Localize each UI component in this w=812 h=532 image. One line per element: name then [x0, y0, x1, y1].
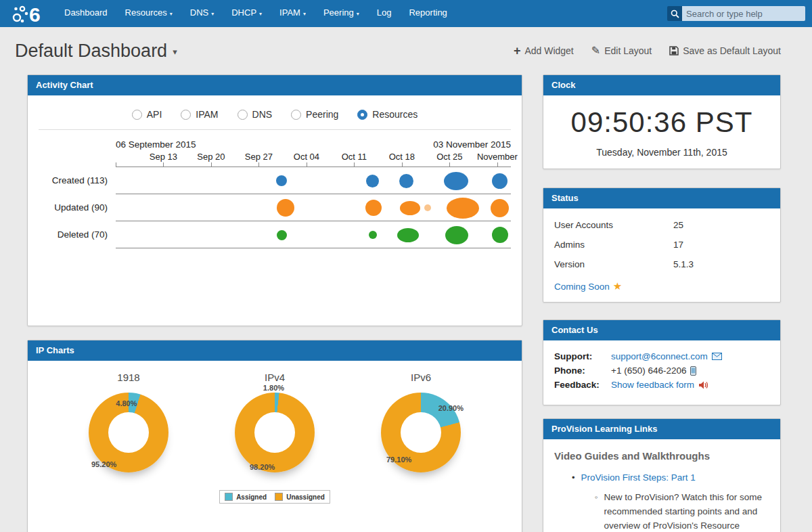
ip-charts-body: 1918 4.80% 95.20% IPv4 1.80% 98.20% — [28, 361, 522, 532]
unassigned-percent-label: 79.10% — [386, 456, 411, 464]
nav-label: DHCP — [231, 7, 256, 18]
filter-radio-peering[interactable]: Peering — [291, 109, 338, 120]
bubble-rows: Created (113)Updated (90)Deleted (70) — [28, 167, 511, 248]
chevron-down-icon: ▾ — [357, 11, 359, 17]
status-label: User Accounts — [554, 220, 673, 230]
nav-item-dashboard[interactable]: Dashboard — [55, 0, 116, 28]
nav-item-reporting[interactable]: Reporting — [400, 0, 455, 28]
x-axis-tick-mark — [307, 162, 307, 167]
activity-bubble-chart: 06 September 2015 03 November 2015 Sep 1… — [28, 139, 511, 248]
search-input[interactable] — [682, 6, 805, 21]
nav-item-log[interactable]: Log — [368, 0, 401, 28]
x-axis-tick-mark — [354, 162, 355, 167]
x-axis-tick-label: Oct 11 — [342, 152, 367, 162]
donut-hole — [254, 412, 295, 453]
add-widget-button[interactable]: + Add Widget — [514, 45, 574, 57]
activity-filter-row: API IPAM DNS Peering Resources — [39, 109, 511, 130]
clock-body: 09:50:36 PST Tuesday, November 11th, 201… — [543, 95, 780, 169]
radio-icon — [238, 110, 248, 120]
radio-icon — [132, 110, 142, 120]
activity-bubble — [399, 174, 413, 188]
nav-item-dns[interactable]: DNS▾ — [181, 0, 223, 28]
widget-title: Clock — [543, 75, 780, 95]
activity-chart-body: API IPAM DNS Peering Resources 06 Septem… — [28, 95, 522, 326]
x-axis-tick-mark — [211, 162, 212, 167]
nav-label: DNS — [190, 7, 208, 18]
learning-note: ◦ New to ProVision? Watch this for some … — [595, 491, 772, 532]
filter-radio-resources[interactable]: Resources — [357, 109, 418, 120]
radio-icon — [357, 110, 367, 120]
activity-bubble — [366, 175, 379, 187]
nav-item-peering[interactable]: Peering▾ — [315, 0, 368, 28]
ip-charts-widget: IP Charts 1918 4.80% 95.20% IPv4 — [27, 340, 522, 532]
contact-label: Phone: — [554, 365, 611, 376]
assigned-percent-label: 1.80% — [263, 384, 284, 392]
contact-row-phone: Phone: +1 (650) 646-2206 — [554, 363, 769, 378]
activity-series-row: Created (113) — [28, 167, 511, 194]
edit-layout-button[interactable]: ✎ Edit Layout — [591, 45, 652, 57]
activity-bubble — [277, 199, 294, 217]
series-label: Deleted (70) — [28, 221, 116, 248]
widget-title: Status — [543, 188, 780, 208]
save-default-layout-button[interactable]: Save as Default Layout — [669, 45, 781, 57]
filter-label: DNS — [252, 109, 273, 120]
donut-chart-1918: 1918 4.80% 95.20% — [78, 372, 179, 472]
brand-logo[interactable]: 6 — [11, 3, 43, 24]
activity-series-row: Deleted (70) — [28, 221, 511, 248]
nav-item-ipam[interactable]: IPAM▾ — [271, 0, 315, 28]
widget-title: ProVision Learning Links — [543, 419, 780, 439]
donut-chart-ipv4: IPv4 1.80% 98.20% — [224, 372, 325, 472]
page-title[interactable]: Default Dashboard▾ — [15, 41, 177, 62]
activity-bubble — [277, 230, 287, 240]
filter-label: Resources — [372, 109, 418, 120]
x-axis-tick-label: Oct 18 — [389, 152, 415, 162]
donut-chart-ipv6: IPv6 20.90% 79.10% — [370, 372, 472, 472]
chart-legend: Assigned Unassigned — [219, 490, 330, 504]
filter-radio-api[interactable]: API — [132, 109, 162, 120]
legend-item-unassigned: Unassigned — [275, 493, 325, 501]
page-header: Default Dashboard▾ + Add Widget ✎ Edit L… — [0, 27, 812, 74]
series-label: Updated (90) — [28, 194, 116, 221]
status-widget: Status User Accounts 25 Admins 17 Versio… — [543, 187, 781, 303]
x-axis-tick-mark — [497, 162, 498, 167]
search-button[interactable] — [667, 6, 682, 21]
feedback-form-link[interactable]: Show feedback form — [611, 380, 694, 390]
learning-body: Video Guides and Walkthroughs • ProVisio… — [543, 439, 780, 532]
learning-heading: Video Guides and Walkthroughs — [554, 450, 769, 462]
x-axis-tick-mark — [116, 162, 116, 167]
nav-item-resources[interactable]: Resources▾ — [116, 0, 181, 28]
coming-soon-link[interactable]: Coming Soon★ — [554, 280, 622, 292]
filter-label: Peering — [306, 109, 338, 120]
coming-soon-label: Coming Soon — [554, 282, 610, 292]
edit-layout-label: Edit Layout — [604, 45, 652, 56]
donut-title: 1918 — [78, 372, 179, 383]
chevron-down-icon: ▾ — [170, 11, 173, 17]
x-axis-tick-mark — [402, 162, 403, 167]
header-actions: + Add Widget ✎ Edit Layout Save as Defau… — [514, 45, 781, 57]
status-body: User Accounts 25 Admins 17 Version 5.1.3… — [543, 208, 780, 302]
activity-chart-widget: Activity Chart API IPAM DNS Peering Reso… — [27, 74, 522, 326]
x-axis-tick-label: November — [477, 152, 518, 162]
logo-icon: 6 — [11, 3, 43, 24]
plus-icon: + — [514, 45, 521, 57]
nav-item-dhcp[interactable]: DHCP▾ — [223, 0, 271, 28]
filter-radio-ipam[interactable]: IPAM — [181, 109, 218, 120]
status-value: 25 — [673, 220, 683, 230]
x-axis-tick-mark — [449, 162, 450, 167]
nav-label: Log — [377, 7, 392, 18]
search-icon — [671, 9, 679, 18]
filter-radio-dns[interactable]: DNS — [238, 109, 273, 120]
learning-note-text: New to ProVision? Watch this for some re… — [604, 491, 772, 532]
first-steps-link[interactable]: ProVision First Steps: Part 1 — [581, 472, 696, 483]
support-email-link[interactable]: support@6connect.com — [611, 351, 708, 361]
x-axis-tick-mark — [163, 162, 164, 167]
assigned-percent-label: 20.90% — [438, 404, 464, 412]
x-axis-tick-label: Sep 27 — [245, 152, 273, 162]
nav-label: Dashboard — [64, 7, 108, 18]
status-row-user-accounts: User Accounts 25 — [554, 215, 769, 235]
contact-row-support: Support: support@6connect.com — [554, 349, 769, 363]
hollow-bullet-icon: ◦ — [595, 491, 598, 532]
nav-menu: Dashboard Resources▾ DNS▾ DHCP▾ IPAM▾ Pe… — [55, 0, 456, 28]
donut-ring: 1.80% 98.20% — [235, 393, 315, 472]
clock-date: Tuesday, November 11th, 2015 — [543, 147, 780, 158]
